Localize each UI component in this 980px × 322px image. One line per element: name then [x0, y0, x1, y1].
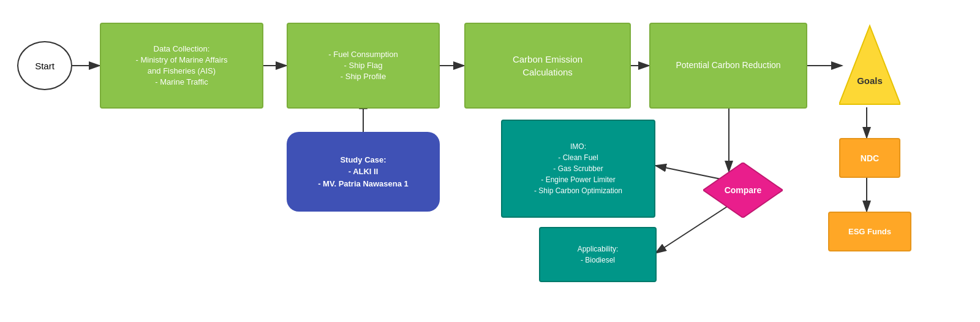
data-collection-label: Data Collection: - Ministry of Marine Af…: [135, 44, 227, 88]
svg-text:Compare: Compare: [725, 185, 762, 195]
start-node: Start: [17, 41, 72, 90]
esg-funds-label: ESG Funds: [848, 227, 891, 236]
study-case-label: Study Case: - ALKI II - MV. Patria Nawas…: [318, 154, 409, 190]
potential-carbon-label: Potential Carbon Reduction: [676, 59, 780, 72]
goals-triangle-wrap: Goals: [839, 23, 900, 110]
svg-marker-14: [839, 26, 900, 104]
compare-diamond-svg: Compare: [703, 163, 783, 218]
ndc-box: NDC: [839, 138, 900, 178]
fuel-consumption-box: - Fuel Consumption - Ship Flag - Ship Pr…: [287, 23, 440, 109]
carbon-emission-box: Carbon Emission Calculations: [464, 23, 631, 109]
start-label: Start: [35, 61, 55, 71]
flowchart: Start Data Collection: - Ministry of Mar…: [0, 0, 980, 322]
applicability-label: Applicability: - Biodiesel: [578, 243, 619, 266]
applicability-box: Applicability: - Biodiesel: [539, 227, 657, 282]
imo-box: IMO: - Clean Fuel - Gas Scrubber - Engin…: [501, 120, 655, 218]
compare-diamond-wrap: Compare: [703, 163, 783, 220]
ndc-label: NDC: [861, 153, 879, 163]
study-case-box: Study Case: - ALKI II - MV. Patria Nawas…: [287, 132, 440, 212]
fuel-consumption-label: - Fuel Consumption - Ship Flag - Ship Pr…: [328, 49, 398, 83]
potential-carbon-box: Potential Carbon Reduction: [649, 23, 807, 109]
esg-funds-box: ESG Funds: [828, 212, 911, 251]
carbon-emission-label: Carbon Emission Calculations: [513, 53, 582, 79]
data-collection-box: Data Collection: - Ministry of Marine Af…: [100, 23, 263, 109]
goals-triangle-svg: Goals: [839, 23, 900, 107]
svg-text:Goals: Goals: [857, 75, 883, 86]
imo-label: IMO: - Clean Fuel - Gas Scrubber - Engin…: [534, 141, 622, 196]
